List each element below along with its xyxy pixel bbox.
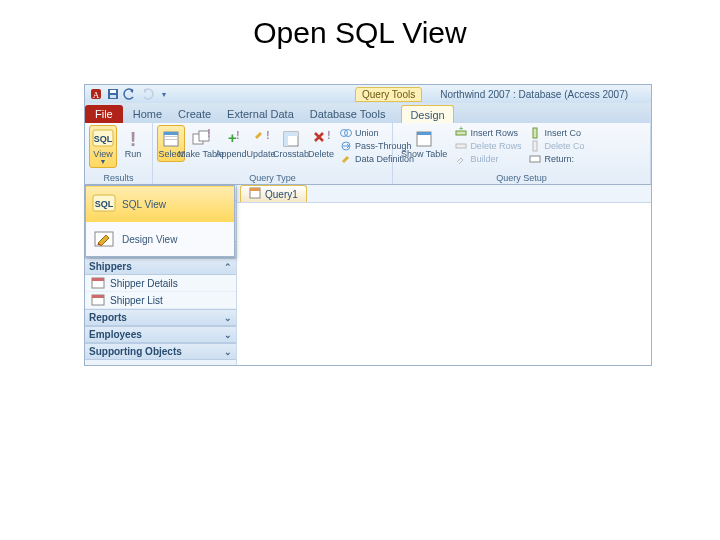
svg-text:SQL: SQL (94, 134, 113, 144)
menu-label: Design View (122, 234, 177, 245)
view-button[interactable]: SQL View ▼ (89, 125, 117, 168)
delete-cols-icon (529, 140, 541, 152)
menu-label: SQL View (122, 199, 166, 210)
delete-icon: ! (311, 128, 331, 150)
svg-text:!: ! (130, 128, 137, 150)
make-table-icon: ! (191, 128, 211, 150)
tab-design[interactable]: Design (401, 105, 453, 123)
show-table-button[interactable]: Show Table (397, 125, 451, 162)
menu-item-design-view[interactable]: Design View (86, 222, 234, 256)
svg-text:!: ! (327, 129, 331, 141)
crosstab-button[interactable]: Crosstab (277, 125, 305, 162)
svg-rect-20 (284, 132, 298, 136)
delete-rows-button: Delete Rows (455, 140, 521, 152)
delete-rows-icon (455, 140, 467, 152)
title-bar: A ▾ Query Tools Northwind 2007 : Databas… (85, 85, 651, 103)
query-canvas[interactable] (237, 203, 651, 365)
insert-rows-button[interactable]: +Insert Rows (455, 127, 521, 139)
svg-text:!: ! (266, 129, 270, 141)
select-icon (161, 128, 181, 150)
crosstab-icon (281, 128, 301, 150)
nav-item-shipper-details[interactable]: Shipper Details (85, 275, 236, 292)
document-tabs: Query1 (237, 185, 651, 203)
design-view-menu-icon (92, 228, 116, 250)
svg-text:A: A (93, 90, 100, 100)
make-table-button[interactable]: ! Make Table (187, 125, 215, 162)
builder-icon (455, 153, 467, 165)
svg-text:SQL: SQL (95, 199, 114, 209)
nav-group-employees[interactable]: Employees⌄ (85, 326, 236, 343)
slide-title: Open SQL View (0, 0, 720, 50)
tab-create[interactable]: Create (170, 105, 219, 123)
svg-rect-26 (417, 132, 431, 135)
svg-rect-9 (164, 132, 178, 135)
delete-button[interactable]: ! Delete (307, 125, 335, 162)
tab-database-tools[interactable]: Database Tools (302, 105, 394, 123)
append-icon: +! (221, 128, 241, 150)
svg-text:!: ! (207, 127, 211, 139)
insert-rows-icon: + (455, 127, 467, 139)
tab-home[interactable]: Home (125, 105, 170, 123)
expand-icon: ⌄ (224, 347, 232, 357)
show-table-icon (414, 128, 434, 150)
undo-icon[interactable] (123, 87, 137, 101)
access-window: A ▾ Query Tools Northwind 2007 : Databas… (84, 84, 652, 366)
menu-item-sql-view[interactable]: SQL SQL View (86, 186, 234, 222)
query-icon (249, 187, 261, 201)
qat-customize-icon[interactable]: ▾ (157, 87, 171, 101)
nav-group-shippers[interactable]: Shippers⌃ (85, 258, 236, 275)
sql-view-menu-icon: SQL (92, 193, 116, 215)
svg-rect-30 (533, 128, 537, 138)
svg-text:!: ! (236, 129, 240, 141)
append-button[interactable]: +! Append (217, 125, 245, 162)
builder-button: Builder (455, 153, 521, 165)
expand-icon: ⌄ (224, 330, 232, 340)
view-dropdown-menu: SQL SQL View Design View (85, 185, 235, 257)
svg-rect-39 (92, 295, 104, 298)
chevron-down-icon: ▼ (100, 159, 107, 165)
ribbon-tabstrip: File Home Create External Data Database … (85, 103, 651, 123)
form-icon (91, 294, 105, 306)
svg-rect-4 (110, 95, 116, 98)
return-icon (529, 153, 541, 165)
tab-external-data[interactable]: External Data (219, 105, 302, 123)
app-icon: A (89, 87, 103, 101)
svg-rect-29 (456, 144, 466, 148)
run-button[interactable]: ! Run (119, 125, 147, 162)
svg-rect-11 (164, 139, 178, 140)
svg-rect-41 (250, 188, 260, 191)
svg-text:+: + (459, 124, 464, 133)
insert-cols-icon (529, 127, 541, 139)
union-icon (340, 127, 352, 139)
svg-rect-31 (533, 141, 537, 151)
window-title: Northwind 2007 : Database (Access 2007) (440, 89, 628, 100)
redo-icon[interactable] (140, 87, 154, 101)
nav-group-reports[interactable]: Reports⌄ (85, 309, 236, 326)
delete-columns-button: Delete Co (529, 140, 584, 152)
svg-rect-10 (164, 136, 178, 137)
tab-file[interactable]: File (85, 105, 123, 123)
insert-columns-button[interactable]: Insert Co (529, 127, 584, 139)
return-button[interactable]: Return: (529, 153, 584, 165)
sql-view-icon: SQL (93, 128, 113, 150)
collapse-icon: ⌃ (224, 262, 232, 272)
nav-group-supporting[interactable]: Supporting Objects⌄ (85, 343, 236, 360)
doc-tab-query1[interactable]: Query1 (240, 185, 307, 202)
run-icon: ! (123, 128, 143, 150)
svg-rect-3 (110, 90, 116, 93)
update-button[interactable]: ! Update (247, 125, 275, 162)
nav-item-shipper-list[interactable]: Shipper List (85, 292, 236, 309)
svg-rect-37 (92, 278, 104, 281)
datadef-icon (340, 153, 352, 165)
group-label-results: Results (89, 173, 148, 184)
form-icon (91, 277, 105, 289)
content-area: Query1 (237, 185, 651, 365)
ribbon: SQL View ▼ ! Run Results (85, 123, 651, 185)
passthrough-icon (340, 140, 352, 152)
svg-rect-32 (530, 156, 540, 162)
update-icon: ! (251, 128, 271, 150)
context-tab-group: Query Tools (355, 87, 422, 102)
group-label-query-setup: Query Setup (397, 173, 646, 184)
group-label-query-type: Query Type (157, 173, 388, 184)
save-icon[interactable] (106, 87, 120, 101)
